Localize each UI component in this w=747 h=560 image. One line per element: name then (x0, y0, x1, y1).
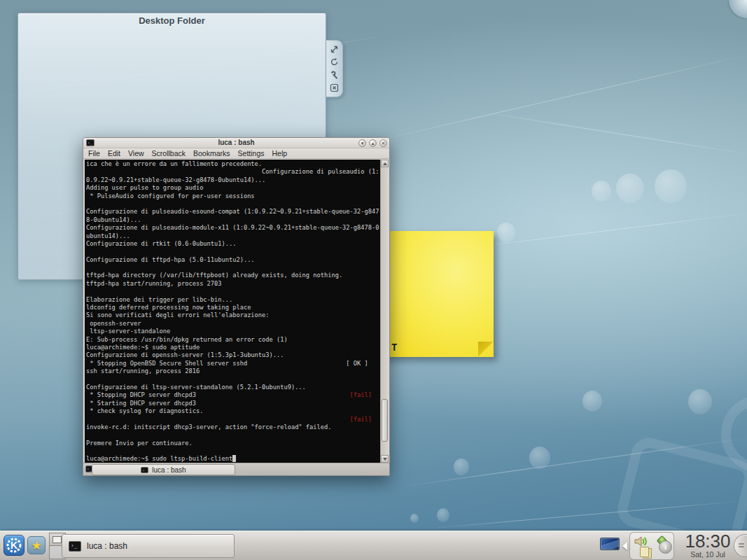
wallpaper-line (393, 437, 747, 488)
task-terminal-icon: ›_ (69, 541, 81, 552)
tab-terminal-icon: › (141, 467, 148, 473)
widget-handle[interactable] (326, 40, 343, 97)
scroll-up-arrow-icon[interactable] (381, 160, 389, 167)
wallpaper-bubble (454, 458, 469, 475)
wallpaper-bubble (497, 223, 515, 242)
desktop[interactable]: Desktop Folder T ›_ luca : bash ▾ ▴ ✕ (0, 0, 747, 560)
kde-gear-icon: K (6, 537, 22, 554)
menu-settings[interactable]: Settings (238, 149, 265, 158)
konsole-window[interactable]: ›_ luca : bash ▾ ▴ ✕ File Edit View Scro… (83, 137, 390, 476)
clock-time: 18:30 (683, 531, 733, 551)
wallpaper-bubble (592, 181, 611, 202)
menu-help[interactable]: Help (272, 149, 288, 158)
display-monitor-icon[interactable] (600, 538, 620, 552)
wallpaper-bubble (582, 391, 602, 412)
terminal-output[interactable]: ica che è un errore da un fallimento pre… (85, 160, 380, 463)
wallpaper-bubble (410, 514, 419, 523)
kde-application-launcher[interactable]: K (4, 535, 25, 556)
digital-clock[interactable]: 18:30 Sat, 10 Jul (683, 531, 733, 559)
menu-scrollback[interactable]: Scrollback (152, 149, 186, 158)
clock-date: Sat, 10 Jul (683, 551, 733, 559)
plasma-cashew-toolbox[interactable] (729, 0, 747, 18)
scroll-down-arrow-icon[interactable] (381, 455, 389, 463)
wallpaper-bubble (655, 169, 687, 203)
scrollbar-thumb[interactable] (382, 399, 388, 442)
folder-widget-title: Desktop Folder (18, 15, 326, 26)
titlebar[interactable]: ›_ luca : bash ▾ ▴ ✕ (83, 138, 389, 148)
wallpaper-line (421, 500, 747, 530)
system-tray: i (629, 532, 674, 560)
task-button-label: luca : bash (87, 541, 127, 551)
panel-cashew-toolbox[interactable] (734, 534, 747, 557)
wallpaper-line (477, 111, 747, 156)
wallpaper-bubble (616, 174, 644, 203)
menu-view[interactable]: View (128, 149, 144, 158)
close-icon[interactable] (330, 83, 339, 92)
task-button-konsole[interactable]: ›_ luca : bash (62, 534, 235, 558)
wallpaper-bubble (529, 447, 550, 469)
wallpaper-line (369, 54, 747, 143)
wallpaper-chain-link (713, 387, 747, 480)
konsole-tabbar: ›_ › luca : bash (83, 463, 389, 475)
menu-file[interactable]: File (88, 149, 100, 158)
wallpaper-bubble (688, 389, 712, 414)
minimize-button[interactable]: ▾ (358, 139, 366, 147)
klipper-clipboard-icon[interactable] (640, 547, 649, 557)
window-title: luca : bash (83, 139, 389, 146)
resize-icon[interactable] (330, 45, 339, 54)
sticky-note-text: T (391, 342, 397, 353)
wallpaper-line (449, 212, 747, 251)
menu-bookmarks[interactable]: Bookmarks (193, 149, 230, 158)
close-button[interactable]: ✕ (379, 139, 387, 147)
menubar: File Edit View Scrollback Bookmarks Sett… (83, 148, 389, 159)
sticky-note-fold (478, 342, 494, 357)
taskbar-panel: K ★ ›_ luca : bash (0, 531, 747, 560)
konsole-tab[interactable]: › luca : bash (92, 464, 235, 475)
sticky-note-widget[interactable]: T (378, 231, 494, 357)
favorites-star-launcher[interactable]: ★ (27, 536, 46, 554)
rotate-icon[interactable] (330, 57, 339, 66)
configure-wrench-icon[interactable] (330, 71, 339, 80)
notifications-info-button[interactable]: i (659, 540, 672, 554)
maximize-button[interactable]: ▴ (369, 139, 377, 147)
tab-label: luca : bash (152, 466, 186, 474)
wallpaper-bubble (437, 508, 449, 522)
menu-edit[interactable]: Edit (108, 149, 120, 158)
terminal-scrollbar[interactable] (380, 160, 388, 463)
star-icon: ★ (31, 538, 41, 553)
svg-text:K: K (11, 540, 18, 551)
tray-expander-arrow-icon[interactable] (622, 542, 627, 550)
